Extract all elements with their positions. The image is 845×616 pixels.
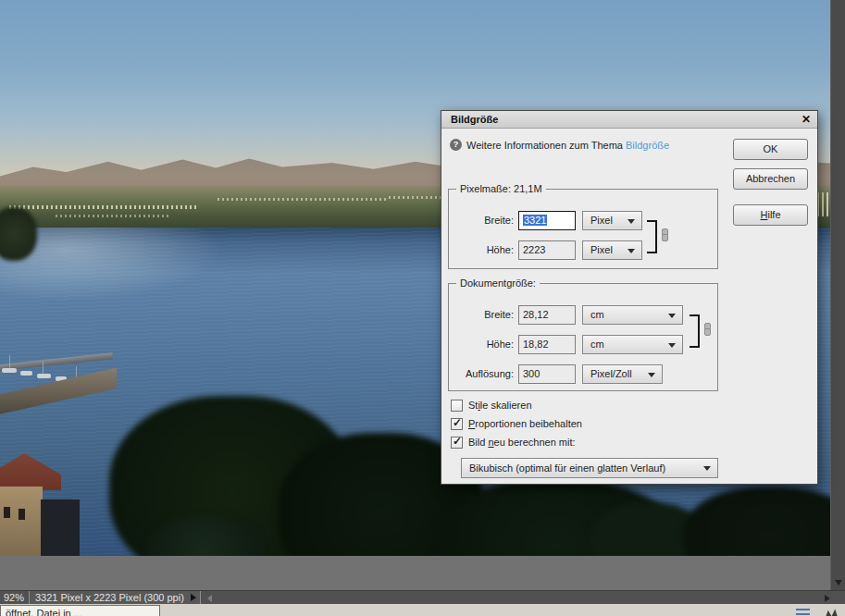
photo-boat-mast [43, 361, 43, 374]
pixel-height-unit-value: Pixel [590, 244, 613, 255]
scroll-down-icon[interactable] [835, 580, 842, 585]
image-size-dialog: Bildgröße ✕ ? Weitere Informationen zum … [441, 110, 818, 485]
checkbox-box[interactable]: ✓ [451, 437, 463, 449]
chevron-down-icon [648, 373, 655, 377]
checkbox-scale-styles[interactable]: Stile skalieren [451, 400, 532, 413]
ok-button[interactable]: OK [733, 139, 808, 160]
taskbar-app-icon[interactable] [825, 609, 839, 616]
checkbox-box[interactable]: ✓ [451, 418, 463, 430]
pixel-width-unit-select[interactable]: Pixel [582, 211, 642, 230]
tooltip-partial: öffnet, Datei in ... [0, 605, 160, 616]
help-button-label: ilfe [767, 209, 780, 220]
help-icon: ? [450, 139, 462, 151]
document-size-legend: Dokumentgröße: [456, 277, 540, 289]
doc-width-unit-value: cm [590, 309, 604, 320]
checkbox-box[interactable] [451, 400, 463, 412]
resample-method-value: Bikubisch (optimal für einen glatten Ver… [469, 462, 665, 474]
tooltip-text: öffnet, Datei in ... [6, 608, 82, 616]
photo-boat-mast [9, 355, 10, 368]
doc-height-row: Höhe: 18,82 cm [449, 335, 717, 354]
resolution-row: Auflösung: 300 Pixel/Zoll [449, 364, 717, 384]
chevron-down-icon [668, 343, 676, 348]
status-left-arrow-icon[interactable] [207, 595, 212, 602]
resolution-unit-value: Pixel/Zoll [590, 368, 632, 379]
cancel-button[interactable]: Abbrechen [733, 168, 808, 190]
photo-boat [2, 368, 17, 373]
photo-town-lights [217, 198, 389, 201]
chain-link-icon [661, 228, 667, 240]
doc-width-input[interactable]: 28,12 [518, 305, 576, 325]
document-info-text: 3321 Pixel x 2223 Pixel (300 ppi) [35, 592, 184, 603]
pixel-height-row: Höhe: 2223 Pixel [449, 240, 717, 260]
pixel-width-label: Breite: [449, 211, 514, 230]
doc-width-row: Breite: 28,12 cm [449, 305, 717, 325]
chevron-down-icon [668, 314, 676, 318]
pixel-dimensions-group: Pixelmaße: 21,1M Breite: 3321 Pixel Höhe… [448, 189, 718, 269]
resample-method-select[interactable]: Bikubisch (optimal für einen glatten Ver… [461, 458, 718, 478]
canvas-pasteboard [0, 556, 830, 590]
photo-boat [20, 371, 32, 376]
pixel-height-input[interactable]: 2223 [518, 240, 576, 260]
pixel-dimensions-legend: Pixelmaße: 21,1M [456, 183, 546, 194]
pixel-height-unit-select[interactable]: Pixel [582, 240, 642, 260]
resolution-label: Auflösung: [449, 364, 514, 384]
help-text: Weitere Informationen zum Thema [466, 140, 623, 151]
doc-height-value: 18,82 [523, 339, 549, 350]
doc-height-unit-select[interactable]: cm [582, 335, 683, 354]
doc-width-value: 28,12 [523, 309, 549, 320]
zoom-level-field[interactable]: 92% [4, 591, 24, 605]
chevron-down-icon [628, 219, 635, 224]
document-size-group: Dokumentgröße: Breite: 28,12 cm Höhe: 18… [448, 283, 718, 391]
status-bar: 92% 3321 Pixel x 2223 Pixel (300 ppi) [0, 590, 845, 605]
help-link[interactable]: Bildgröße [626, 140, 669, 151]
doc-height-label: Höhe: [449, 335, 514, 354]
photo-building-dark [41, 499, 80, 556]
document-info-box[interactable]: 3321 Pixel x 2223 Pixel (300 ppi) [29, 591, 201, 604]
taskbar-lines-icon[interactable] [796, 609, 810, 616]
checkbox-resample-image[interactable]: ✓ Bild neu berechnen mit: [451, 437, 576, 450]
checkbox-scale-styles-label: Stile skalieren [468, 400, 532, 411]
status-right-arrow-icon[interactable] [825, 595, 830, 602]
help-button[interactable]: Hilfe [733, 204, 808, 226]
photo-building-window [19, 509, 25, 520]
pixel-width-row: Breite: 3321 Pixel [449, 211, 717, 230]
chevron-down-icon [703, 466, 711, 471]
status-menu-arrow-icon[interactable] [191, 594, 196, 601]
resolution-unit-select[interactable]: Pixel/Zoll [582, 364, 663, 384]
chain-link-icon [703, 323, 710, 335]
pixel-width-input[interactable]: 3321 [518, 211, 576, 230]
photo-building-window [4, 507, 10, 518]
photo-town-lights [9, 205, 199, 209]
photo-town-lights [56, 215, 171, 217]
help-icon-glyph: ? [454, 140, 459, 149]
pixel-width-unit-value: Pixel [590, 215, 613, 226]
photo-town-lights [389, 196, 444, 199]
close-icon[interactable]: ✕ [802, 113, 811, 126]
checkbox-constrain-proportions-label: Proportionen beibehalten [468, 418, 582, 429]
checkbox-constrain-proportions[interactable]: ✓ Proportionen beibehalten [451, 418, 582, 431]
photo-headland [0, 207, 37, 261]
resolution-value: 300 [523, 368, 540, 379]
pixel-width-value: 3321 [523, 215, 547, 226]
check-icon: ✓ [453, 417, 462, 429]
photo-boat [37, 374, 51, 378]
app-window: 92% 3321 Pixel x 2223 Pixel (300 ppi) öf… [0, 0, 845, 616]
resolution-input[interactable]: 300 [518, 364, 576, 384]
chevron-down-icon [628, 249, 635, 253]
photo-building-wall [0, 487, 43, 556]
dialog-title: Bildgröße [451, 111, 498, 128]
check-icon: ✓ [453, 436, 462, 448]
dialog-titlebar[interactable]: Bildgröße ✕ [441, 111, 817, 129]
help-row: Weitere Informationen zum Thema Bildgröß… [466, 140, 669, 151]
pixel-height-value: 2223 [523, 244, 545, 255]
link-bracket [647, 220, 657, 253]
panel-dock-strip [830, 0, 845, 590]
doc-height-input[interactable]: 18,82 [518, 335, 576, 354]
doc-height-unit-value: cm [590, 339, 604, 350]
window-bottom-edge: öffnet, Datei in ... [0, 604, 845, 616]
pixel-height-label: Höhe: [449, 240, 514, 260]
checkbox-resample-image-label: Bild neu berechnen mit: [468, 437, 576, 448]
doc-width-unit-select[interactable]: cm [582, 305, 683, 325]
link-bracket [690, 314, 700, 348]
doc-width-label: Breite: [449, 305, 514, 325]
